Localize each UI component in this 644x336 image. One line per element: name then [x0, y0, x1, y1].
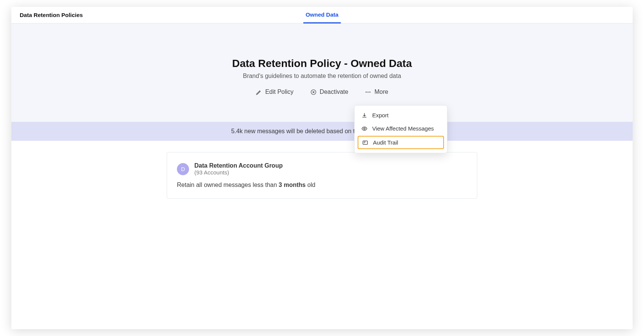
edit-policy-label: Edit Policy	[265, 89, 294, 95]
svg-rect-5	[363, 141, 367, 144]
app-frame: Data Retention Policies Owned Data Data …	[11, 7, 633, 329]
dropdown-export[interactable]: Export	[355, 109, 447, 122]
svg-point-4	[364, 128, 365, 129]
svg-point-1	[366, 92, 367, 93]
x-circle-icon	[310, 89, 317, 95]
avatar: D	[177, 163, 189, 175]
dropdown-export-label: Export	[372, 112, 388, 118]
card-accounts-count: (93 Accounts)	[194, 169, 283, 176]
more-label: More	[374, 89, 388, 95]
page-title: Data Retention Policy - Owned Data	[11, 58, 633, 70]
audit-icon	[362, 140, 368, 146]
more-dropdown: Export View Affected Messages Audit Trai…	[354, 105, 447, 153]
svg-point-3	[369, 92, 370, 93]
breadcrumb[interactable]: Data Retention Policies	[11, 12, 83, 18]
svg-point-2	[368, 92, 369, 93]
retention-prefix: Retain all owned messages less than	[177, 182, 279, 188]
card-title: Data Retention Account Group	[194, 162, 283, 169]
retention-rule: Retain all owned messages less than 3 mo…	[177, 182, 467, 188]
deactivate-label: Deactivate	[320, 89, 349, 95]
dropdown-audit-trail[interactable]: Audit Trail	[358, 136, 444, 149]
retention-duration: 3 months	[279, 182, 306, 188]
more-button[interactable]: More Export View Affected Messages Audit…	[365, 89, 388, 95]
content-area: D Data Retention Account Group (93 Accou…	[11, 141, 633, 210]
download-icon	[361, 112, 367, 118]
policy-card: D Data Retention Account Group (93 Accou…	[167, 152, 477, 199]
notification-banner: 5.4k new messages will be deleted based …	[11, 122, 633, 141]
action-row: Edit Policy Deactivate More Export View …	[11, 89, 633, 95]
dropdown-audit-trail-label: Audit Trail	[373, 139, 398, 146]
dropdown-view-affected-label: View Affected Messages	[372, 125, 434, 132]
banner-text: 5.4k new messages will be deleted based …	[231, 128, 375, 135]
card-header: D Data Retention Account Group (93 Accou…	[177, 162, 467, 176]
edit-policy-button[interactable]: Edit Policy	[256, 89, 294, 95]
retention-suffix: old	[306, 182, 316, 188]
deactivate-button[interactable]: Deactivate	[310, 89, 349, 95]
dropdown-view-affected[interactable]: View Affected Messages	[355, 122, 447, 135]
eye-icon	[361, 126, 367, 132]
dots-icon	[365, 89, 371, 95]
tab-owned-data[interactable]: Owned Data	[303, 7, 341, 23]
hero-section: Data Retention Policy - Owned Data Brand…	[11, 23, 633, 122]
top-bar: Data Retention Policies Owned Data	[11, 7, 633, 23]
pencil-icon	[256, 89, 262, 95]
page-subtitle: Brand's guidelines to automate the reten…	[11, 73, 633, 79]
